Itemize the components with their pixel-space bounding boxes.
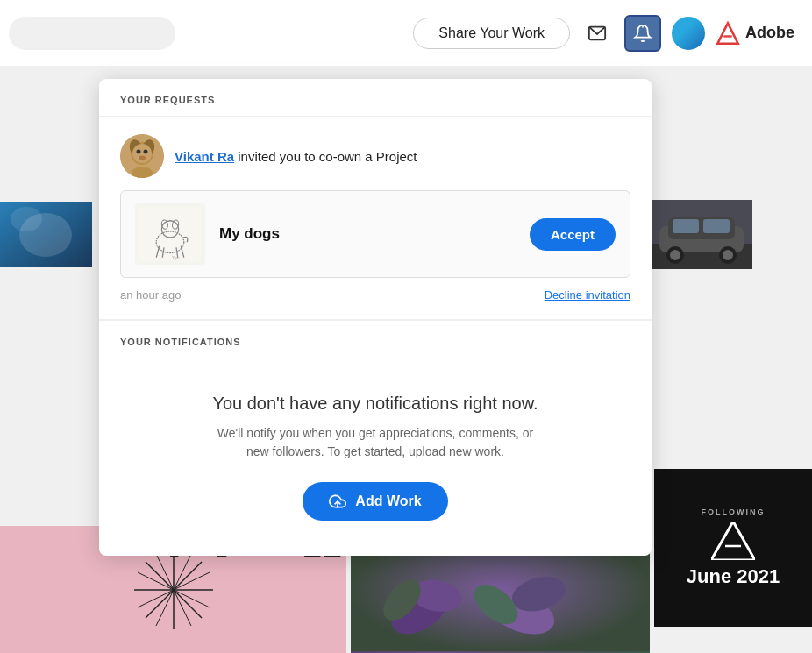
svg-point-38 bbox=[132, 144, 152, 163]
request-top: Vikant Ra invited you to co-own a Projec… bbox=[120, 134, 630, 178]
decline-button[interactable]: Decline invitation bbox=[545, 288, 630, 302]
svg-point-40 bbox=[144, 150, 148, 154]
svg-point-10 bbox=[723, 250, 733, 260]
request-item: Vikant Ra invited you to co-own a Projec… bbox=[99, 117, 652, 320]
svg-point-2 bbox=[11, 207, 42, 231]
svg-rect-11 bbox=[673, 219, 699, 233]
time-ago: an hour ago bbox=[120, 288, 181, 302]
adobe-label: Adobe bbox=[745, 24, 794, 42]
bg-thumbnail-car bbox=[651, 200, 752, 269]
notifications-section: YOUR NOTIFICATIONS You don't have any no… bbox=[99, 320, 652, 556]
search-bar-placeholder bbox=[9, 17, 175, 50]
invite-description: invited you to co-own a Project bbox=[238, 149, 417, 164]
empty-notifications: You don't have any notifications right n… bbox=[99, 358, 652, 556]
svg-point-8 bbox=[670, 250, 680, 260]
email-button[interactable] bbox=[581, 17, 614, 50]
add-work-label: Add Work bbox=[355, 493, 421, 509]
empty-title: You don't have any notifications right n… bbox=[125, 394, 625, 414]
header: Share Your Work Adobe bbox=[0, 0, 812, 66]
svg-text:Xpe: Xpe bbox=[172, 255, 180, 260]
bg-thumbnail-adobe: FOLLOWING June 2021 bbox=[654, 469, 812, 627]
adobe-icon bbox=[716, 21, 740, 46]
svg-point-31 bbox=[642, 25, 644, 27]
svg-marker-13 bbox=[711, 522, 755, 560]
notifications-section-header: YOUR NOTIFICATIONS bbox=[99, 321, 652, 358]
svg-marker-32 bbox=[717, 23, 737, 43]
add-work-button[interactable]: Add Work bbox=[303, 482, 447, 521]
project-artwork: Xpe bbox=[139, 206, 201, 263]
project-thumbnail: Xpe bbox=[135, 203, 205, 265]
project-card: Xpe My dogs Accept bbox=[120, 190, 630, 278]
adobe-logo[interactable]: Adobe bbox=[716, 21, 794, 46]
adobe-month-label: June 2021 bbox=[687, 565, 780, 588]
upload-cloud-icon bbox=[329, 493, 346, 510]
svg-rect-12 bbox=[703, 219, 730, 233]
project-name: My dogs bbox=[219, 225, 516, 243]
svg-point-39 bbox=[137, 150, 141, 154]
notifications-button[interactable] bbox=[624, 15, 661, 52]
bell-icon bbox=[633, 24, 652, 43]
requester-username[interactable]: Vikant Ra bbox=[175, 149, 234, 164]
invite-text: Vikant Ra invited you to co-own a Projec… bbox=[175, 149, 630, 164]
request-footer: an hour ago Decline invitation bbox=[120, 288, 630, 302]
empty-description: We'll notify you when you get appreciati… bbox=[209, 424, 542, 461]
notification-panel: YOUR REQUESTS Vikant Ra bbox=[99, 79, 652, 556]
requests-section-header: YOUR REQUESTS bbox=[99, 79, 652, 117]
user-avatar[interactable] bbox=[672, 17, 705, 50]
bg-thumbnail-blue bbox=[0, 202, 92, 267]
requester-avatar[interactable] bbox=[120, 134, 164, 178]
email-icon bbox=[588, 24, 607, 43]
accept-button[interactable]: Accept bbox=[530, 218, 616, 251]
adobe-following-label: FOLLOWING bbox=[702, 507, 766, 516]
share-work-button[interactable]: Share Your Work bbox=[413, 18, 570, 49]
svg-point-41 bbox=[139, 156, 146, 160]
